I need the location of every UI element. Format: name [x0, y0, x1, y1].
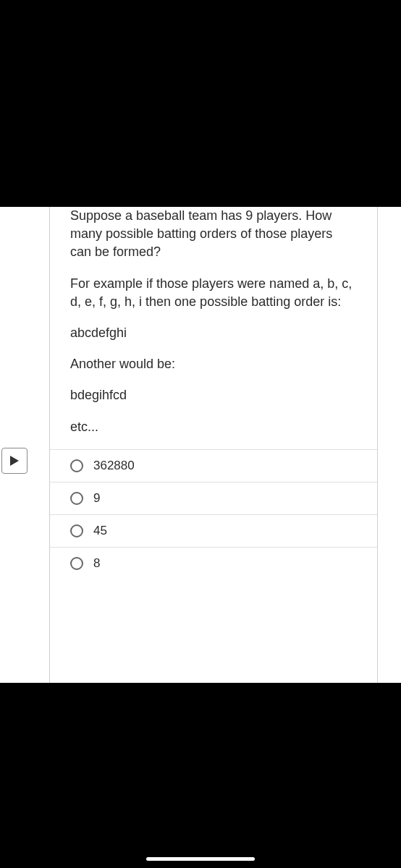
question-paragraph: etc...	[70, 418, 357, 436]
option-label: 9	[93, 491, 100, 506]
radio-icon	[70, 557, 83, 570]
option-row[interactable]: 362880	[50, 449, 377, 482]
answer-options: 362880 9 45 8	[50, 449, 377, 579]
question-paragraph: Another would be:	[70, 355, 357, 373]
play-icon	[10, 456, 19, 466]
radio-icon	[70, 492, 83, 505]
question-paragraph: For example if those players were named …	[70, 275, 357, 311]
home-indicator[interactable]	[146, 857, 255, 861]
scrollbar[interactable]	[397, 289, 401, 680]
play-button[interactable]	[1, 448, 28, 474]
radio-icon	[70, 459, 83, 472]
left-gutter	[0, 207, 49, 683]
option-label: 8	[93, 556, 100, 571]
radio-icon	[70, 524, 83, 537]
question-paragraph: Suppose a baseball team has 9 players. H…	[70, 207, 357, 262]
option-label: 362880	[93, 459, 135, 473]
question-paragraph: bdegihfcd	[70, 386, 357, 404]
question-body: Suppose a baseball team has 9 players. H…	[50, 207, 377, 436]
option-label: 45	[93, 524, 107, 538]
content-wrapper: Suppose a baseball team has 9 players. H…	[0, 207, 401, 683]
question-paragraph: abcdefghi	[70, 324, 357, 342]
option-row[interactable]: 9	[50, 482, 377, 514]
option-row[interactable]: 45	[50, 514, 377, 547]
option-row[interactable]: 8	[50, 547, 377, 579]
main-panel: Suppose a baseball team has 9 players. H…	[49, 207, 378, 683]
